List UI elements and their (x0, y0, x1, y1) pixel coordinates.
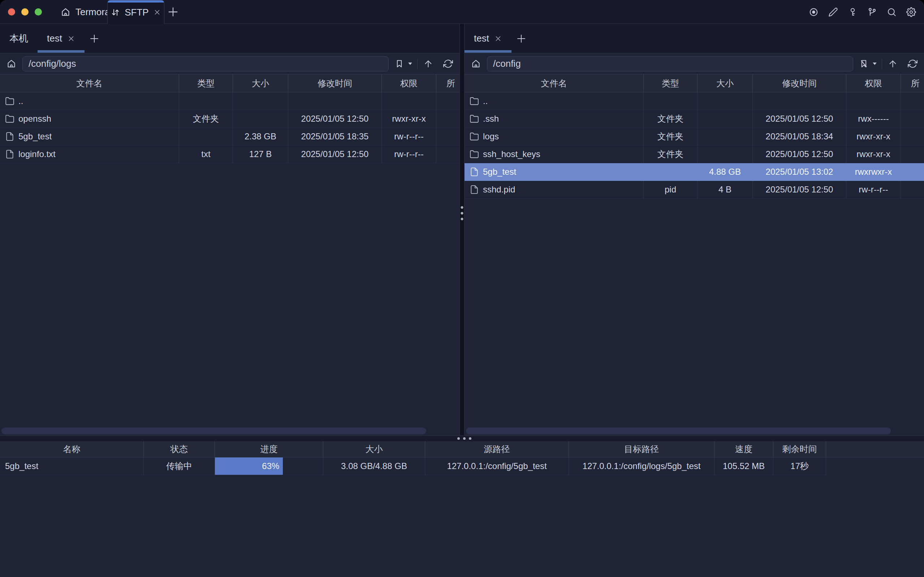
sftp-tab-label: SFTP (125, 7, 148, 18)
pane-tab-label: 本机 (10, 32, 28, 45)
horizontal-scrollbar[interactable] (2, 427, 426, 434)
table-row[interactable]: logs 文件夹 2025/01/05 18:34 rwxr-xr-x (464, 128, 924, 145)
table-row[interactable]: 5gb_test 2.38 GB 2025/01/05 18:35 rw-r--… (0, 128, 460, 145)
bookmark-icon[interactable] (395, 59, 404, 69)
home-icon[interactable] (6, 59, 16, 69)
table-row[interactable]: ssh_host_keys 文件夹 2025/01/05 12:50 rwxr-… (464, 145, 924, 163)
key-icon[interactable] (848, 7, 858, 17)
file-owner (436, 128, 460, 145)
home-icon[interactable] (471, 59, 481, 69)
table-row[interactable]: .ssh 文件夹 2025/01/05 12:50 rwx------ (464, 110, 924, 128)
close-window-button[interactable] (8, 8, 15, 16)
file-type (644, 92, 698, 110)
column-header-size[interactable]: 大小 (233, 74, 288, 92)
column-header-remaining[interactable]: 剩余时间 (773, 441, 826, 457)
table-row[interactable]: sshd.pid pid 4 B 2025/01/05 12:50 rw-r--… (464, 181, 924, 198)
minimize-window-button[interactable] (21, 8, 29, 16)
pane-splitter-vertical[interactable] (460, 24, 464, 435)
column-header-owner[interactable]: 所 (901, 74, 924, 92)
splitter-grip-icon (457, 437, 471, 440)
close-tab-icon[interactable] (153, 8, 161, 16)
table-row[interactable]: .. (464, 92, 924, 110)
column-header-status[interactable]: 状态 (144, 441, 215, 457)
titlebar-toolbar (809, 0, 916, 24)
transfer-size: 3.08 GB/4.88 GB (323, 458, 425, 475)
file-mtime: 2025/01/05 12:50 (288, 145, 382, 163)
horizontal-scrollbar[interactable] (466, 427, 891, 434)
transfer-row[interactable]: 5gb_test 传输中 63% 3.08 GB/4.88 GB 127.0.0… (0, 458, 924, 475)
add-connection-button[interactable] (89, 33, 100, 44)
parent-directory-icon[interactable] (423, 59, 433, 69)
left-table-header: 文件名 类型 大小 修改时间 权限 所 (0, 74, 460, 92)
transfer-updown-icon (111, 8, 120, 17)
column-header-filename[interactable]: 文件名 (464, 74, 644, 92)
parent-directory-icon[interactable] (888, 59, 898, 69)
file-perm (847, 92, 901, 110)
divider (882, 58, 882, 69)
maximize-window-button[interactable] (35, 8, 42, 16)
tab-sftp[interactable]: SFTP (107, 0, 164, 24)
transfer-table-header: 名称 状态 进度 大小 源路径 目标路径 速度 剩余时间 (0, 441, 924, 458)
file-type: 文件夹 (644, 128, 698, 145)
path-input[interactable] (487, 56, 853, 71)
column-header-target[interactable]: 目标路径 (569, 441, 714, 457)
column-header-type[interactable]: 类型 (644, 74, 698, 92)
folder-icon (469, 132, 479, 141)
column-header-size[interactable]: 大小 (323, 441, 425, 457)
add-connection-button[interactable] (516, 33, 527, 44)
column-header-mtime[interactable]: 修改时间 (288, 74, 382, 92)
file-name: .. (18, 96, 23, 106)
file-owner (436, 145, 460, 163)
file-mtime (753, 92, 847, 110)
new-tab-button[interactable] (167, 6, 179, 18)
right-table-header: 文件名 类型 大小 修改时间 权限 所 (464, 74, 924, 92)
column-header-mtime[interactable]: 修改时间 (753, 74, 847, 92)
chevron-down-icon[interactable] (408, 61, 413, 66)
column-header-type[interactable]: 类型 (179, 74, 233, 92)
table-row-selected[interactable]: 5gb_test 4.88 GB 2025/01/05 13:02 rwxrwx… (464, 163, 924, 181)
file-size: 4 B (698, 181, 753, 198)
close-pane-tab-icon[interactable] (494, 35, 502, 43)
file-perm (382, 92, 436, 110)
column-header-perm[interactable]: 权限 (847, 74, 901, 92)
refresh-icon[interactable] (443, 59, 453, 69)
file-type (644, 163, 698, 181)
close-pane-tab-icon[interactable] (67, 35, 75, 43)
file-size (233, 92, 288, 110)
file-name: logs (483, 131, 499, 142)
table-row[interactable]: loginfo.txt txt 127 B 2025/01/05 12:50 r… (0, 145, 460, 163)
pane-tab-label: test (47, 33, 62, 44)
pane-tab-test[interactable]: test (464, 24, 511, 53)
path-input[interactable] (23, 56, 389, 71)
pane-tab-test[interactable]: test (37, 24, 84, 53)
file-size (698, 92, 753, 110)
column-header-source[interactable]: 源路径 (425, 441, 569, 457)
file-name: ssh_host_keys (483, 149, 540, 159)
column-header-owner[interactable]: 所 (436, 74, 460, 92)
search-icon[interactable] (887, 7, 897, 17)
folder-icon (5, 114, 15, 124)
settings-gear-icon[interactable] (906, 7, 916, 17)
file-name: .ssh (483, 114, 499, 124)
refresh-icon[interactable] (908, 59, 918, 69)
chevron-down-icon[interactable] (872, 61, 877, 66)
keychain-fork-icon[interactable] (867, 7, 877, 17)
column-header-progress[interactable]: 进度 (215, 441, 323, 457)
column-header-size[interactable]: 大小 (698, 74, 753, 92)
right-pane-tabbar: test (464, 24, 924, 53)
column-header-filename[interactable]: 文件名 (0, 74, 179, 92)
column-header-name[interactable]: 名称 (0, 441, 144, 457)
edit-pencil-icon[interactable] (828, 7, 838, 17)
column-header-speed[interactable]: 速度 (714, 441, 773, 457)
traffic-lights (8, 8, 42, 16)
pane-splitter-horizontal[interactable] (0, 435, 924, 441)
column-header-perm[interactable]: 权限 (382, 74, 436, 92)
record-icon[interactable] (809, 7, 819, 17)
table-row[interactable]: openssh 文件夹 2025/01/05 12:50 rwxr-xr-x (0, 110, 460, 128)
file-icon (5, 132, 15, 141)
app-window: Termora SFTP (0, 0, 924, 577)
table-row[interactable]: .. (0, 92, 460, 110)
pane-tab-local[interactable]: 本机 (0, 24, 37, 53)
transfer-name: 5gb_test (0, 458, 144, 475)
bookmark-slash-icon[interactable] (859, 59, 869, 69)
